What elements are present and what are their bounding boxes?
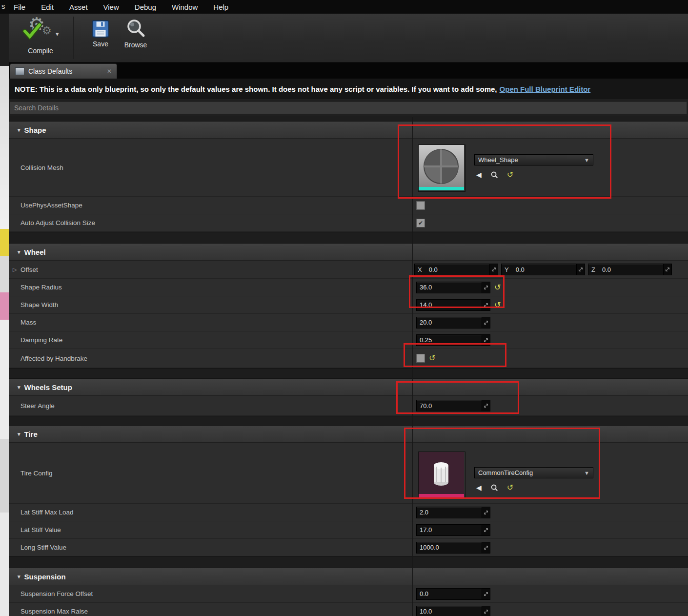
damping-rate-value: 0.25 bbox=[417, 336, 482, 344]
shape-width-value: 14.0 bbox=[417, 301, 482, 308]
property-row-collision-mesh: Collision Mesh bbox=[9, 139, 688, 197]
selected-asset-name: CommonTireConfig bbox=[478, 469, 533, 476]
drag-handle-icon[interactable] bbox=[576, 264, 585, 275]
collision-mesh-dropdown[interactable]: Wheel_Shape ▼ bbox=[474, 154, 593, 165]
drag-handle-icon[interactable] bbox=[482, 507, 490, 518]
menu-debug[interactable]: Debug bbox=[127, 3, 164, 11]
expand-row-icon[interactable]: ▷ bbox=[13, 267, 17, 273]
tab-class-defaults[interactable]: Class Defaults ✕ bbox=[10, 63, 117, 79]
drag-handle-icon[interactable] bbox=[663, 264, 671, 275]
open-full-blueprint-editor-link[interactable]: Open Full Blueprint Editor bbox=[500, 85, 591, 93]
toolbar-separator bbox=[73, 17, 74, 59]
tire-config-dropdown[interactable]: CommonTireConfig ▼ bbox=[474, 467, 593, 478]
steer-angle-input[interactable]: 70.0 bbox=[416, 400, 490, 411]
property-label: Shape Radius bbox=[9, 279, 412, 296]
section-header-wheel[interactable]: ▾ Wheel bbox=[9, 243, 688, 261]
property-row-mass: Mass 20.0 bbox=[9, 314, 688, 331]
menu-help[interactable]: Help bbox=[205, 3, 236, 11]
drag-handle-icon[interactable] bbox=[482, 317, 490, 328]
property-row-affected-by-handbrake: Affected by Handbrake ↺ bbox=[9, 349, 688, 368]
shape-radius-value: 36.0 bbox=[417, 284, 482, 291]
section-spacer bbox=[9, 416, 688, 425]
menu-view[interactable]: View bbox=[96, 3, 127, 11]
property-row-damping-rate: Damping Rate 0.25 bbox=[9, 331, 688, 349]
wheel-mesh-preview bbox=[419, 145, 464, 190]
menu-asset[interactable]: Asset bbox=[61, 3, 96, 11]
compile-options-dropdown-icon[interactable]: ▾ bbox=[56, 30, 59, 38]
lat-stiff-value-input[interactable]: 17.0 bbox=[416, 524, 490, 536]
drag-handle-icon[interactable] bbox=[482, 525, 490, 535]
compile-icon: ⚙ ⚙ bbox=[22, 18, 59, 45]
property-label: Lat Stiff Max Load bbox=[9, 504, 412, 521]
gear-icon-small: ⚙ bbox=[42, 24, 52, 37]
reset-to-default-icon[interactable]: ↺ bbox=[507, 171, 513, 179]
browse-to-asset-icon[interactable] bbox=[490, 171, 498, 179]
collision-mesh-thumbnail[interactable] bbox=[418, 144, 465, 192]
compile-button[interactable]: ⚙ ⚙ Compile bbox=[14, 18, 67, 59]
offset-y-input[interactable]: Y 0.0 bbox=[501, 264, 585, 275]
reset-to-default-icon[interactable]: ↺ bbox=[494, 301, 501, 309]
auto-adjust-collision-size-checkbox[interactable]: ✔ bbox=[416, 219, 425, 227]
shape-radius-input[interactable]: 36.0 bbox=[416, 282, 490, 293]
drag-handle-icon[interactable] bbox=[482, 589, 490, 599]
drag-handle-icon[interactable] bbox=[482, 300, 490, 310]
use-selected-asset-icon[interactable]: ◀ bbox=[476, 171, 482, 179]
drag-handle-icon[interactable] bbox=[482, 542, 490, 553]
reset-to-default-icon[interactable]: ↺ bbox=[429, 354, 435, 362]
reset-to-default-icon[interactable]: ↺ bbox=[507, 484, 513, 492]
use-selected-asset-icon[interactable]: ◀ bbox=[476, 484, 482, 492]
property-label: Steer Angle bbox=[9, 396, 412, 415]
offset-z-input[interactable]: Z 0.0 bbox=[588, 264, 672, 275]
browse-button[interactable]: Browse bbox=[120, 18, 151, 59]
property-row-suspension-max-raise: Suspension Max Raise 10.0 bbox=[9, 603, 688, 616]
drag-handle-icon[interactable] bbox=[482, 400, 490, 411]
axis-x-label: X bbox=[415, 266, 422, 273]
shape-width-input[interactable]: 14.0 bbox=[416, 299, 490, 311]
browse-to-asset-icon[interactable] bbox=[490, 484, 498, 492]
section-header-shape[interactable]: ▾ Shape bbox=[9, 121, 688, 139]
reset-to-default-icon[interactable]: ↺ bbox=[494, 284, 501, 291]
suspension-max-raise-input[interactable]: 10.0 bbox=[416, 606, 490, 616]
drag-handle-icon[interactable] bbox=[482, 335, 490, 346]
search-details-input[interactable] bbox=[10, 102, 687, 114]
section-header-tire[interactable]: ▾ Tire bbox=[9, 425, 688, 443]
menu-window[interactable]: Window bbox=[164, 3, 205, 11]
check-icon: ✔ bbox=[418, 220, 423, 226]
property-label: Shape Width bbox=[9, 296, 412, 313]
mass-input[interactable]: 20.0 bbox=[416, 317, 490, 329]
drag-handle-icon[interactable] bbox=[489, 264, 498, 275]
drag-handle-icon[interactable] bbox=[482, 606, 490, 616]
offset-x-input[interactable]: X 0.0 bbox=[414, 264, 498, 275]
collapse-triangle-icon: ▾ bbox=[18, 574, 20, 580]
tire-config-preview bbox=[419, 452, 464, 497]
property-label: Auto Adjust Collision Size bbox=[9, 214, 412, 231]
section-title: Wheels Setup bbox=[24, 383, 72, 391]
section-title: Wheel bbox=[24, 248, 46, 256]
section-spacer bbox=[9, 117, 688, 121]
property-row-use-phys-asset-shape: UsePhysAssetShape bbox=[9, 197, 688, 214]
save-label: Save bbox=[93, 40, 108, 48]
collapse-triangle-icon: ▾ bbox=[18, 384, 20, 390]
tab-bar: Class Defaults ✕ bbox=[9, 62, 688, 79]
use-phys-asset-shape-checkbox[interactable] bbox=[416, 201, 425, 210]
section-header-wheels-setup[interactable]: ▾ Wheels Setup bbox=[9, 378, 688, 396]
long-stiff-value-input[interactable]: 1000.0 bbox=[416, 542, 490, 554]
tire-config-thumbnail[interactable] bbox=[418, 452, 465, 499]
save-button[interactable]: Save bbox=[87, 20, 114, 59]
tab-close-icon[interactable]: ✕ bbox=[107, 68, 112, 75]
menu-edit[interactable]: Edit bbox=[33, 3, 61, 11]
tab-label: Class Defaults bbox=[28, 67, 72, 75]
suspension-force-offset-value: 0.0 bbox=[417, 590, 482, 597]
lat-stiff-max-load-input[interactable]: 2.0 bbox=[416, 507, 490, 518]
menu-file[interactable]: File bbox=[9, 3, 33, 11]
background-viewport-sliver: s bbox=[0, 0, 9, 616]
damping-rate-input[interactable]: 0.25 bbox=[416, 334, 490, 346]
column-divider bbox=[412, 117, 413, 616]
affected-by-handbrake-checkbox[interactable] bbox=[416, 354, 425, 363]
drag-handle-icon[interactable] bbox=[482, 282, 490, 293]
menu-bar: File Edit Asset View Debug Window Help bbox=[9, 0, 688, 14]
asset-buttons: ◀ ↺ bbox=[474, 484, 593, 492]
section-header-suspension[interactable]: ▾ Suspension bbox=[9, 568, 688, 585]
suspension-force-offset-input[interactable]: 0.0 bbox=[416, 588, 490, 600]
property-label-text: Offset bbox=[20, 266, 38, 273]
